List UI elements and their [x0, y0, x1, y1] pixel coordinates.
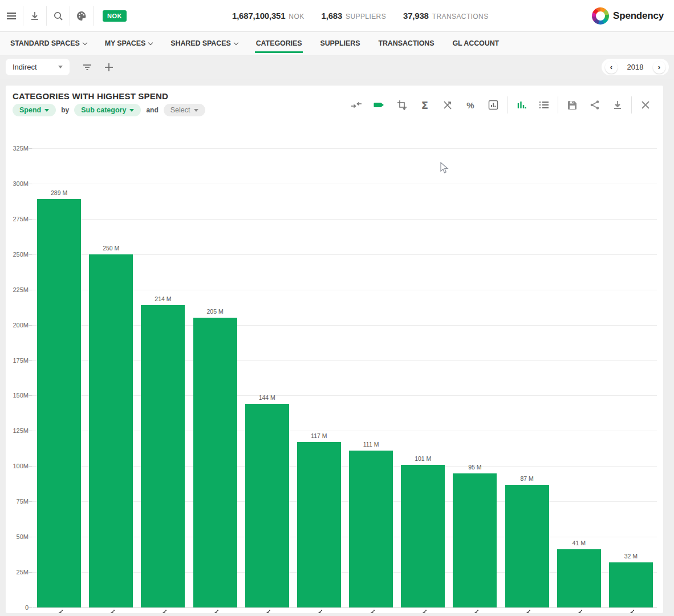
crop-icon[interactable]: [391, 96, 413, 114]
menu-icon[interactable]: [0, 5, 23, 27]
y-tick-mark: [29, 537, 33, 537]
tab-categories[interactable]: CATEGORIES: [250, 32, 308, 55]
divider: [93, 6, 94, 26]
and-label: and: [146, 106, 158, 114]
stat-label: TRANSACTIONS: [432, 13, 489, 21]
tab-standard-spaces[interactable]: STANDARD SPACES: [5, 32, 92, 55]
x-axis-label-truncated: [211, 610, 219, 613]
divider: [631, 96, 632, 114]
tab-label: CATEGORIES: [256, 39, 302, 47]
bar-value-label: 214 M: [137, 295, 189, 302]
bar[interactable]: [401, 465, 445, 607]
panel-title: CATEGORIES WITH HIGHEST SPEND: [13, 91, 168, 101]
bar[interactable]: [557, 549, 601, 607]
chevron-down-icon: [58, 66, 63, 68]
percent-icon[interactable]: %: [459, 96, 482, 114]
bar[interactable]: [349, 451, 393, 607]
bar[interactable]: [193, 318, 237, 607]
year-prev-button[interactable]: ‹: [605, 61, 618, 74]
save-icon[interactable]: [561, 96, 583, 114]
stat-total-spend: 1,687,100,351 NOK: [232, 11, 304, 21]
stat-value: 37,938: [403, 11, 429, 21]
topbar-icon-group: NOK: [0, 0, 127, 31]
bar[interactable]: [453, 473, 497, 607]
tab-transactions[interactable]: TRANSACTIONS: [372, 32, 440, 55]
x-axis-label-truncated: [159, 610, 167, 613]
chart-box-icon[interactable]: [482, 96, 505, 114]
tag-icon[interactable]: [368, 96, 391, 114]
space-selector-dropdown[interactable]: Indirect: [6, 59, 70, 75]
close-icon[interactable]: [634, 96, 657, 114]
bar-value-label: 250 M: [86, 245, 137, 252]
y-tick-label: 25M: [6, 569, 29, 576]
gridline: [33, 148, 657, 149]
bar-value-label: 87 M: [501, 475, 553, 482]
chevron-down-icon: [148, 40, 153, 44]
y-tick-label: 125M: [6, 427, 29, 434]
tab-shared-spaces[interactable]: SHARED SPACES: [165, 32, 243, 55]
gridline: [33, 607, 657, 608]
y-tick-mark: [29, 466, 33, 467]
gridline: [33, 184, 657, 184]
merge-arrows-icon[interactable]: [345, 96, 368, 114]
bar[interactable]: [37, 199, 81, 607]
add-icon[interactable]: [98, 56, 120, 78]
y-tick-mark: [29, 431, 33, 431]
secondary-dimension-dropdown[interactable]: Select: [164, 104, 205, 116]
stat-value: 1,683: [322, 11, 343, 21]
dimension-value: Sub category: [81, 106, 126, 114]
bar[interactable]: [297, 442, 341, 607]
chevron-down-icon: [82, 40, 87, 44]
tab-gl-account[interactable]: GL ACCOUNT: [446, 32, 505, 55]
sigma-icon[interactable]: Σ: [413, 96, 436, 114]
list-view-icon[interactable]: [533, 96, 555, 114]
y-tick-label: 250M: [6, 251, 29, 258]
download-chart-icon[interactable]: [606, 96, 629, 114]
divider: [558, 96, 558, 114]
bar[interactable]: [89, 254, 133, 607]
bar[interactable]: [609, 562, 653, 607]
x-axis-label-truncated: [55, 610, 63, 613]
y-tick-mark: [29, 501, 33, 502]
currency-badge[interactable]: NOK: [103, 10, 127, 22]
stat-transactions: 37,938 TRANSACTIONS: [403, 11, 489, 21]
bar[interactable]: [505, 485, 549, 607]
y-tick-mark: [29, 572, 33, 573]
measure-dropdown[interactable]: Spend: [13, 104, 56, 116]
y-tick-label: 300M: [6, 180, 29, 187]
y-tick-mark: [29, 219, 33, 220]
brand-logo: Spendency: [592, 0, 664, 31]
bar[interactable]: [245, 404, 289, 607]
dimension-dropdown[interactable]: Sub category: [74, 104, 141, 116]
main-nav: STANDARD SPACES MY SPACES SHARED SPACES …: [0, 32, 674, 55]
stat-label: SUPPLIERS: [346, 13, 386, 21]
tab-suppliers[interactable]: SUPPLIERS: [314, 32, 366, 55]
bar[interactable]: [141, 305, 185, 607]
download-icon[interactable]: [23, 5, 46, 27]
top-bar: NOK 1,687,100,351 NOK 1,683 SUPPLIERS 37…: [0, 0, 674, 32]
chevron-down-icon: [129, 109, 134, 112]
stat-value: 1,687,100,351: [232, 11, 285, 21]
divider: [507, 96, 507, 114]
y-tick-label: 100M: [6, 463, 29, 469]
palette-icon[interactable]: [70, 5, 93, 27]
bar-value-label: 111 M: [346, 441, 397, 448]
tab-my-spaces[interactable]: MY SPACES: [99, 32, 159, 55]
year-next-button[interactable]: ›: [653, 61, 665, 74]
chevron-down-icon: [194, 109, 198, 112]
y-tick-mark: [29, 607, 33, 608]
year-value: 2018: [627, 63, 644, 71]
x-axis-label-truncated: [627, 610, 635, 613]
no-trend-icon[interactable]: [436, 96, 459, 114]
x-axis-label-truncated: [263, 610, 271, 613]
tab-label: SHARED SPACES: [170, 39, 230, 47]
filter-icon[interactable]: [76, 56, 98, 78]
select-value: Select: [170, 106, 190, 114]
bar-chart-view-icon[interactable]: [510, 96, 533, 114]
y-tick-label: 225M: [6, 286, 29, 293]
search-icon[interactable]: [47, 5, 70, 27]
bar-value-label: 144 M: [241, 394, 293, 401]
stat-label: NOK: [289, 13, 304, 21]
share-icon[interactable]: [583, 96, 606, 114]
y-tick-mark: [29, 360, 33, 361]
